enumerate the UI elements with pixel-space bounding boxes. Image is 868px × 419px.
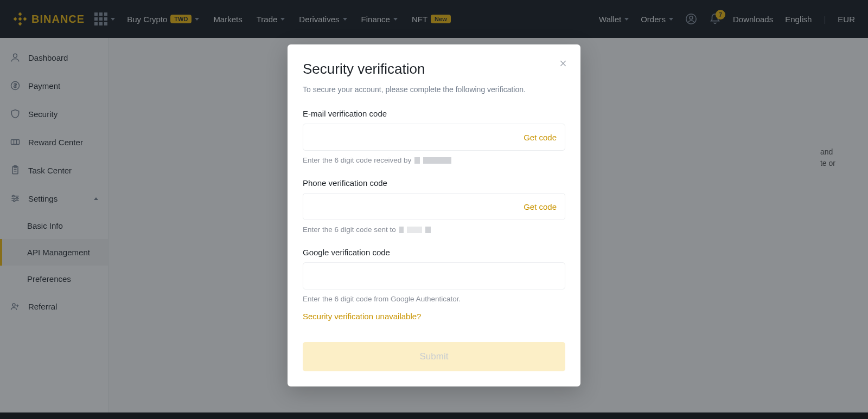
google-code-input[interactable] [303, 262, 565, 289]
redacted-text [399, 227, 404, 233]
google-code-helper: Enter the 6 digit code from Google Authe… [303, 295, 565, 303]
close-icon [559, 59, 567, 68]
redacted-text [407, 227, 422, 233]
close-button[interactable] [559, 59, 567, 69]
redacted-text [414, 157, 420, 164]
verification-unavailable-link[interactable]: Security verification unavailable? [303, 312, 421, 321]
get-phone-code-button[interactable]: Get code [524, 202, 557, 211]
get-email-code-button[interactable]: Get code [524, 133, 557, 142]
redacted-text [425, 227, 431, 233]
helper-text: Enter the 6 digit code from Google Authe… [303, 295, 461, 303]
google-code-label: Google verification code [303, 248, 565, 257]
phone-code-label: Phone verification code [303, 178, 565, 188]
helper-text: Enter the 6 digit code received by [303, 156, 411, 164]
submit-button[interactable]: Submit [303, 342, 565, 371]
google-code-field: Google verification code Enter the 6 dig… [303, 248, 565, 303]
helper-text: Enter the 6 digit code sent to [303, 225, 396, 234]
email-code-field: E-mail verification code Get code Enter … [303, 109, 565, 164]
redacted-text [423, 157, 451, 164]
modal-description: To secure your account, please complete … [303, 85, 565, 94]
phone-code-helper: Enter the 6 digit code sent to [303, 225, 565, 234]
security-verification-modal: Security verification To secure your acc… [288, 44, 580, 386]
modal-overlay: Security verification To secure your acc… [0, 0, 868, 419]
email-code-label: E-mail verification code [303, 109, 565, 118]
modal-title: Security verification [303, 61, 565, 78]
email-code-helper: Enter the 6 digit code received by [303, 156, 565, 164]
phone-code-field: Phone verification code Get code Enter t… [303, 178, 565, 234]
